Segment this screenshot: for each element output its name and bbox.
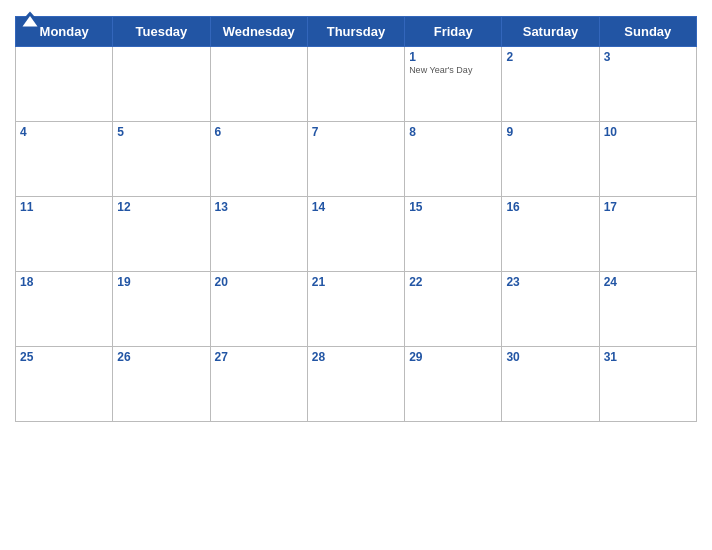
weekday-header-thursday: Thursday (307, 17, 404, 47)
calendar-header-row: MondayTuesdayWednesdayThursdayFridaySatu… (16, 17, 697, 47)
weekday-header-wednesday: Wednesday (210, 17, 307, 47)
day-number: 27 (215, 350, 303, 364)
holiday-label: New Year's Day (409, 65, 497, 76)
day-number: 25 (20, 350, 108, 364)
calendar-cell: 9 (502, 122, 599, 197)
calendar-cell: 12 (113, 197, 210, 272)
calendar-cell: 1New Year's Day (405, 47, 502, 122)
day-number: 16 (506, 200, 594, 214)
day-number: 10 (604, 125, 692, 139)
week-row-3: 11121314151617 (16, 197, 697, 272)
calendar-cell: 10 (599, 122, 696, 197)
day-number: 28 (312, 350, 400, 364)
calendar-table: MondayTuesdayWednesdayThursdayFridaySatu… (15, 16, 697, 422)
calendar-cell: 11 (16, 197, 113, 272)
calendar-cell: 15 (405, 197, 502, 272)
calendar-cell: 28 (307, 347, 404, 422)
day-number: 21 (312, 275, 400, 289)
calendar-cell: 26 (113, 347, 210, 422)
calendar-cell: 13 (210, 197, 307, 272)
day-number: 18 (20, 275, 108, 289)
day-number: 13 (215, 200, 303, 214)
weekday-header-friday: Friday (405, 17, 502, 47)
day-number: 14 (312, 200, 400, 214)
day-number: 17 (604, 200, 692, 214)
logo-icon (15, 10, 45, 28)
calendar-cell: 27 (210, 347, 307, 422)
calendar-cell: 30 (502, 347, 599, 422)
day-number: 2 (506, 50, 594, 64)
calendar-cell: 31 (599, 347, 696, 422)
weekday-header-sunday: Sunday (599, 17, 696, 47)
calendar-cell: 2 (502, 47, 599, 122)
calendar-cell: 25 (16, 347, 113, 422)
calendar-cell: 29 (405, 347, 502, 422)
calendar-cell (210, 47, 307, 122)
day-number: 22 (409, 275, 497, 289)
calendar-cell (16, 47, 113, 122)
calendar-cell: 5 (113, 122, 210, 197)
page: MondayTuesdayWednesdayThursdayFridaySatu… (0, 0, 712, 550)
day-number: 8 (409, 125, 497, 139)
calendar-cell: 4 (16, 122, 113, 197)
calendar-cell: 22 (405, 272, 502, 347)
calendar-cell: 23 (502, 272, 599, 347)
day-number: 15 (409, 200, 497, 214)
calendar-cell: 21 (307, 272, 404, 347)
day-number: 7 (312, 125, 400, 139)
calendar-cell: 18 (16, 272, 113, 347)
day-number: 20 (215, 275, 303, 289)
day-number: 26 (117, 350, 205, 364)
weekday-header-saturday: Saturday (502, 17, 599, 47)
day-number: 31 (604, 350, 692, 364)
calendar-cell: 16 (502, 197, 599, 272)
day-number: 6 (215, 125, 303, 139)
day-number: 11 (20, 200, 108, 214)
calendar-cell: 7 (307, 122, 404, 197)
week-row-4: 18192021222324 (16, 272, 697, 347)
calendar-cell: 24 (599, 272, 696, 347)
calendar-cell: 19 (113, 272, 210, 347)
day-number: 1 (409, 50, 497, 64)
day-number: 23 (506, 275, 594, 289)
calendar-cell: 20 (210, 272, 307, 347)
day-number: 24 (604, 275, 692, 289)
calendar-cell: 6 (210, 122, 307, 197)
day-number: 5 (117, 125, 205, 139)
day-number: 19 (117, 275, 205, 289)
calendar-cell (307, 47, 404, 122)
day-number: 3 (604, 50, 692, 64)
day-number: 29 (409, 350, 497, 364)
calendar-cell (113, 47, 210, 122)
day-number: 4 (20, 125, 108, 139)
day-number: 9 (506, 125, 594, 139)
week-row-1: 1New Year's Day23 (16, 47, 697, 122)
calendar-cell: 14 (307, 197, 404, 272)
logo (15, 10, 45, 28)
calendar-cell: 17 (599, 197, 696, 272)
weekday-header-tuesday: Tuesday (113, 17, 210, 47)
week-row-2: 45678910 (16, 122, 697, 197)
calendar-body: 1New Year's Day2345678910111213141516171… (16, 47, 697, 422)
day-number: 12 (117, 200, 205, 214)
calendar-cell: 3 (599, 47, 696, 122)
week-row-5: 25262728293031 (16, 347, 697, 422)
calendar-cell: 8 (405, 122, 502, 197)
day-number: 30 (506, 350, 594, 364)
